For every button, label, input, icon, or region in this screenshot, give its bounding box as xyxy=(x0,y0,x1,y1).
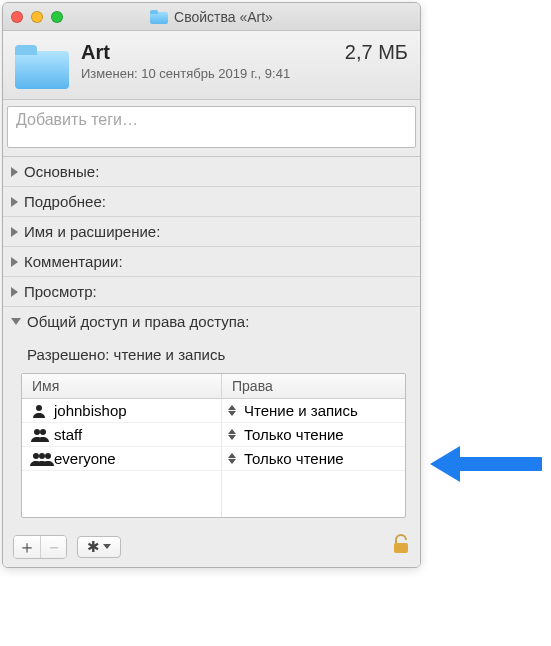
zoom-window-button[interactable] xyxy=(51,11,63,23)
section-label: Основные: xyxy=(24,163,99,180)
remove-button[interactable]: － xyxy=(40,536,66,558)
svg-point-5 xyxy=(45,453,51,459)
user-name: johnbishop xyxy=(54,402,127,419)
sharing-body: Разрешено: чтение и запись Имя Права joh… xyxy=(3,336,420,528)
user-name: staff xyxy=(54,426,82,443)
close-window-button[interactable] xyxy=(11,11,23,23)
window-title: Свойства «Art» xyxy=(174,9,273,25)
stepper-icon[interactable] xyxy=(228,451,240,467)
svg-point-4 xyxy=(39,453,45,459)
lock-button[interactable] xyxy=(392,534,410,559)
section-label: Комментарии: xyxy=(24,253,123,270)
privilege-value: Только чтение xyxy=(244,426,344,443)
table-empty-area xyxy=(22,471,405,517)
svg-marker-8 xyxy=(430,446,460,482)
section-more-info[interactable]: Подробнее: xyxy=(3,187,420,217)
section-name-extension[interactable]: Имя и расширение: xyxy=(3,217,420,247)
tags-input[interactable]: Добавить теги… xyxy=(7,106,416,148)
window-controls xyxy=(11,11,63,23)
section-comments[interactable]: Комментарии: xyxy=(3,247,420,277)
disclosure-triangle-icon xyxy=(11,197,18,207)
svg-point-2 xyxy=(40,429,46,435)
section-label: Имя и расширение: xyxy=(24,223,160,240)
disclosure-triangle-icon xyxy=(11,227,18,237)
action-menu-button[interactable]: ✱ xyxy=(77,536,121,558)
folder-icon xyxy=(15,45,69,89)
callout-arrow-icon xyxy=(430,442,542,486)
stepper-icon[interactable] xyxy=(228,427,240,443)
section-label: Общий доступ и права доступа: xyxy=(27,313,249,330)
folder-icon xyxy=(150,10,168,24)
column-header-privilege[interactable]: Права xyxy=(222,374,405,398)
modified-label: Изменен: 10 сентябрь 2019 г., 9:41 xyxy=(81,66,408,81)
privilege-value: Чтение и запись xyxy=(244,402,358,419)
svg-point-0 xyxy=(36,405,42,411)
table-row[interactable]: johnbishop Чтение и запись xyxy=(22,399,405,423)
group-icon xyxy=(30,428,48,442)
tags-section: Добавить теги… xyxy=(3,100,420,157)
permission-summary: Разрешено: чтение и запись xyxy=(21,342,406,373)
disclosure-triangle-down-icon xyxy=(11,318,21,325)
user-icon xyxy=(30,404,48,418)
section-label: Подробнее: xyxy=(24,193,106,210)
chevron-down-icon xyxy=(103,544,111,549)
add-button[interactable]: ＋ xyxy=(14,536,40,558)
svg-rect-6 xyxy=(394,543,408,553)
group-icon xyxy=(30,452,48,466)
permissions-table: Имя Права johnbishop Чтение и запись xyxy=(21,373,406,518)
section-general[interactable]: Основные: xyxy=(3,157,420,187)
disclosure-triangle-icon xyxy=(11,167,18,177)
table-row[interactable]: everyone Только чтение xyxy=(22,447,405,471)
tags-placeholder: Добавить теги… xyxy=(16,111,138,129)
privilege-value: Только чтение xyxy=(244,450,344,467)
disclosure-triangle-icon xyxy=(11,287,18,297)
column-header-name[interactable]: Имя xyxy=(22,374,222,398)
minimize-window-button[interactable] xyxy=(31,11,43,23)
item-name: Art xyxy=(81,41,110,64)
add-remove-group: ＋ － xyxy=(13,535,67,559)
section-sharing[interactable]: Общий доступ и права доступа: xyxy=(3,307,420,336)
bottom-toolbar: ＋ － ✱ xyxy=(3,528,420,567)
info-window: Свойства «Art» Art 2,7 МБ Изменен: 10 се… xyxy=(2,2,421,568)
table-row[interactable]: staff Только чтение xyxy=(22,423,405,447)
svg-point-1 xyxy=(34,429,40,435)
section-label: Просмотр: xyxy=(24,283,97,300)
gear-icon: ✱ xyxy=(87,539,100,554)
item-size: 2,7 МБ xyxy=(345,41,408,64)
sections: Основные: Подробнее: Имя и расширение: К… xyxy=(3,157,420,567)
titlebar: Свойства «Art» xyxy=(3,3,420,31)
stepper-icon[interactable] xyxy=(228,403,240,419)
section-preview[interactable]: Просмотр: xyxy=(3,277,420,307)
header: Art 2,7 МБ Изменен: 10 сентябрь 2019 г.,… xyxy=(3,31,420,100)
user-name: everyone xyxy=(54,450,116,467)
disclosure-triangle-icon xyxy=(11,257,18,267)
svg-point-3 xyxy=(33,453,39,459)
table-header: Имя Права xyxy=(22,374,405,399)
